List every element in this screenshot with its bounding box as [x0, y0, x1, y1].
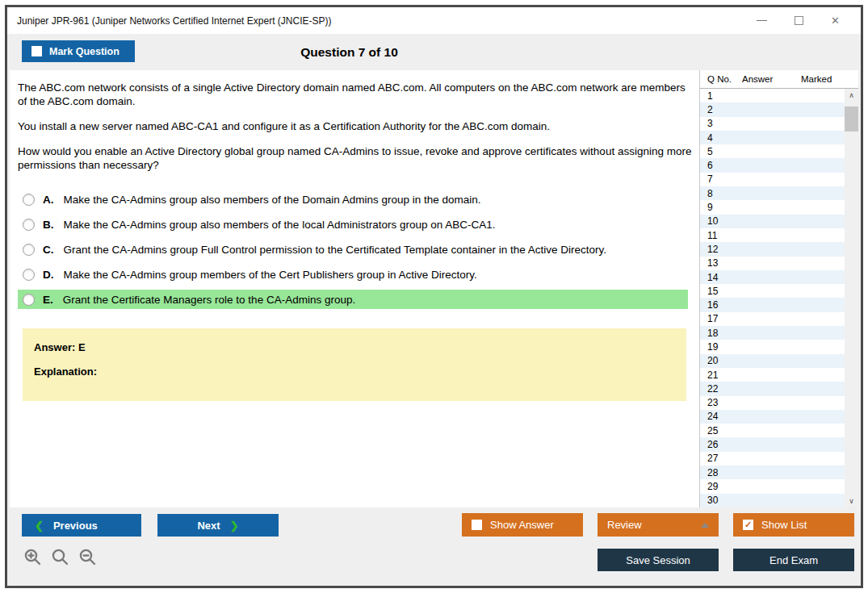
option-text: Grant the Certificate Managers role to t… [63, 294, 355, 306]
review-button[interactable]: Review [598, 513, 719, 537]
radio-button[interactable] [23, 269, 35, 281]
question-list-row[interactable]: 1 [700, 89, 845, 102]
zoom-controls [23, 548, 98, 567]
show-answer-label: Show Answer [490, 519, 554, 531]
question-list-row[interactable]: 15 [700, 284, 845, 298]
radio-button[interactable] [23, 219, 35, 231]
question-list-row[interactable]: 7 [700, 173, 845, 186]
question-list-row[interactable]: 14 [700, 270, 845, 284]
show-list-label: Show List [761, 519, 807, 531]
scroll-up-icon[interactable]: ∧ [845, 89, 858, 102]
question-list-row[interactable]: 9 [700, 200, 845, 214]
window-controls: ✕ [757, 15, 851, 26]
question-list-row[interactable]: 13 [700, 257, 845, 270]
radio-button[interactable] [23, 294, 35, 306]
column-header-answer: Answer [742, 74, 801, 84]
next-label: Next [197, 520, 220, 532]
app-window: Juniper JPR-961 (Juniper Networks Certif… [5, 5, 863, 588]
qno-cell: 21 [700, 370, 742, 381]
question-list-row[interactable]: 6 [700, 158, 845, 172]
question-list-row[interactable]: 25 [700, 424, 845, 437]
answer-option-d[interactable]: D.Make the CA-Admins group members of th… [18, 265, 688, 284]
chevron-up-icon [701, 523, 709, 528]
zoom-in-icon[interactable] [23, 548, 43, 567]
answer-option-a[interactable]: A.Make the CA-Admins group also members … [18, 190, 688, 209]
next-button[interactable]: Next ❯ [157, 514, 279, 537]
chevron-left-icon: ❮ [35, 520, 44, 532]
question-list-row[interactable]: 29 [700, 479, 845, 493]
save-session-label: Save Session [626, 554, 690, 566]
question-list-row[interactable]: 20 [700, 354, 845, 368]
question-list-row[interactable]: 27 [700, 452, 845, 466]
question-list-row[interactable]: 5 [700, 144, 845, 158]
show-answer-button[interactable]: Show Answer [462, 513, 583, 537]
question-list-row[interactable]: 26 [700, 437, 845, 451]
qno-cell: 28 [700, 467, 742, 478]
question-paragraph: You install a new server named ABC-CA1 a… [18, 119, 693, 133]
option-text: Make the CA-Admins group also members of… [64, 219, 496, 231]
zoom-out-icon[interactable] [78, 548, 98, 567]
explanation-label: Explanation: [34, 365, 686, 378]
save-session-button[interactable]: Save Session [598, 549, 719, 571]
question-list-row[interactable]: 11 [700, 228, 845, 242]
question-list-row[interactable]: 23 [700, 396, 845, 410]
qno-cell: 2 [700, 104, 742, 115]
column-header-qno: Q No. [700, 74, 742, 84]
qno-cell: 10 [700, 215, 742, 227]
qno-cell: 17 [700, 313, 742, 324]
question-list-row[interactable]: 21 [700, 368, 845, 382]
qno-cell: 23 [700, 397, 742, 408]
question-list-row[interactable]: 16 [700, 298, 845, 311]
qno-cell: 16 [700, 299, 742, 311]
end-exam-label: End Exam [769, 554, 818, 566]
window-title: Juniper JPR-961 (Juniper Networks Certif… [17, 15, 757, 27]
title-bar: Juniper JPR-961 (Juniper Networks Certif… [7, 7, 861, 34]
option-letter: C. [43, 244, 54, 256]
footer: ❮ Previous Next ❯ Show Answer Review ✓ S… [7, 507, 861, 586]
show-list-checkbox[interactable]: ✓ [743, 520, 753, 530]
question-list-row[interactable]: 30 [700, 494, 845, 507]
question-list-row[interactable]: 19 [700, 340, 845, 353]
question-list-row[interactable]: 18 [700, 326, 845, 340]
qno-cell: 5 [700, 146, 742, 157]
question-rows: 1234567891011121314151617181920212223242… [700, 89, 845, 507]
question-list-row[interactable]: 24 [700, 410, 845, 424]
answer-option-c[interactable]: C.Grant the CA-Admins group Full Control… [18, 240, 688, 259]
question-list-row[interactable]: 8 [700, 186, 845, 200]
answer-options: A.Make the CA-Admins group also members … [18, 190, 688, 309]
radio-button[interactable] [23, 194, 35, 206]
qno-cell: 1 [700, 90, 742, 102]
question-list-row[interactable]: 12 [700, 242, 845, 256]
end-exam-button[interactable]: End Exam [733, 549, 854, 571]
question-list-row[interactable]: 28 [700, 466, 845, 479]
question-list-row[interactable]: 22 [700, 382, 845, 395]
option-text: Grant the CA-Admins group Full Control p… [64, 244, 607, 256]
qno-cell: 22 [700, 383, 742, 395]
qno-cell: 9 [700, 202, 742, 213]
show-list-button[interactable]: ✓ Show List [733, 513, 854, 537]
show-answer-checkbox[interactable] [472, 520, 482, 530]
answer-box: Answer: E Explanation: [23, 328, 686, 401]
question-list-row[interactable]: 4 [700, 131, 845, 144]
question-pane: The ABC.com network consists of a single… [10, 70, 699, 507]
minimize-icon[interactable] [757, 20, 767, 21]
question-list-row[interactable]: 2 [700, 102, 845, 116]
list-scrollbar[interactable]: ∧ ∨ [845, 89, 858, 507]
option-letter: A. [43, 194, 54, 206]
question-list-row[interactable]: 10 [700, 215, 845, 228]
question-paragraph: The ABC.com network consists of a single… [18, 81, 693, 108]
radio-button[interactable] [23, 244, 35, 256]
scrollbar-thumb[interactable] [845, 106, 858, 132]
question-list-row[interactable]: 17 [700, 312, 845, 326]
qno-cell: 8 [700, 188, 742, 199]
question-list-row[interactable]: 3 [700, 117, 845, 131]
previous-button[interactable]: ❮ Previous [22, 514, 141, 537]
scroll-down-icon[interactable]: ∨ [845, 495, 858, 507]
close-icon[interactable]: ✕ [831, 15, 840, 26]
maximize-icon[interactable] [795, 16, 803, 25]
zoom-reset-icon[interactable] [51, 548, 70, 567]
answer-option-e[interactable]: E.Grant the Certificate Managers role to… [18, 290, 688, 309]
option-letter: B. [43, 219, 54, 231]
option-letter: D. [43, 269, 54, 281]
answer-option-b[interactable]: B.Make the CA-Admins group also members … [18, 215, 688, 234]
